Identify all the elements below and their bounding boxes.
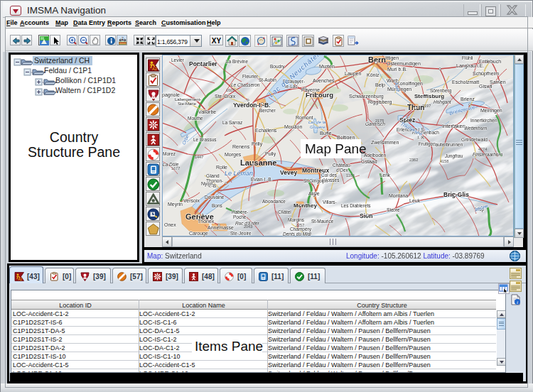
svg-text:2197: 2197 <box>422 104 431 108</box>
svg-text:Bons: Bons <box>212 203 223 208</box>
svg-text:Rolle: Rolle <box>216 165 227 170</box>
svg-text:St-Gingolph: St-Gingolph <box>303 178 328 184</box>
svg-text:Dents du Midi: Dents du Midi <box>283 232 311 236</box>
svg-text:Escholzmatt: Escholzmatt <box>452 80 479 85</box>
svg-text:1447: 1447 <box>195 155 203 159</box>
svg-text:Sörenberg: Sörenberg <box>430 88 452 94</box>
svg-text:Brig-Glis: Brig-Glis <box>443 191 469 198</box>
svg-text:pagnole: pagnole <box>162 92 180 98</box>
svg-text:Lausanne: Lausanne <box>240 158 276 167</box>
svg-text:Bulle: Bulle <box>320 130 332 136</box>
svg-text:St-Aubin: St-Aubin <box>259 77 276 82</box>
svg-text:Steffisburg: Steffisburg <box>414 93 444 99</box>
svg-text:2362: 2362 <box>409 158 418 162</box>
svg-text:Jungfrau: Jungfrau <box>444 153 463 159</box>
svg-text:1607: 1607 <box>226 88 235 92</box>
svg-text:Le Brassus: Le Brassus <box>193 137 217 142</box>
svg-text:Waltern / C1P1D2: Waltern / C1P1D2 <box>55 86 115 94</box>
svg-text:Boudry: Boudry <box>270 64 285 70</box>
svg-text:Leuk: Leuk <box>409 198 421 203</box>
svg-text:Langnau i.E.: Langnau i.E. <box>456 63 484 69</box>
svg-text:Versoix: Versoix <box>183 198 200 203</box>
svg-text:Habère-: Habère- <box>232 209 248 214</box>
svg-text:Ittigen: Ittigen <box>385 55 399 61</box>
svg-text:4158: 4158 <box>440 159 448 163</box>
svg-text:Morgins: Morgins <box>288 217 305 223</box>
svg-text:i: i <box>517 300 518 305</box>
svg-text:Frutigen: Frutigen <box>419 141 436 147</box>
svg-text:A2: A2 <box>152 67 157 71</box>
svg-text:Évian-I.-B.: Évian-I.-B. <box>251 176 273 182</box>
svg-text:Map Pane: Map Pane <box>305 141 367 156</box>
svg-text:2043: 2043 <box>244 224 252 229</box>
svg-text:Hohgant: Hohgant <box>434 99 452 105</box>
svg-text:Villars-: Villars- <box>323 200 337 205</box>
svg-text:Renens: Renens <box>232 144 250 149</box>
svg-text:Grindelwald: Grindelwald <box>461 137 488 142</box>
svg-text:Onex: Onex <box>164 222 176 227</box>
svg-text:Mouthe: Mouthe <box>188 116 203 121</box>
svg-text:Bercher: Bercher <box>259 108 276 113</box>
svg-text:Gland: Gland <box>206 173 220 178</box>
svg-text:Ostermundigen: Ostermundigen <box>387 61 421 67</box>
svg-text:Morez: Morez <box>163 151 176 156</box>
svg-text:Le Léman: Le Léman <box>225 170 253 177</box>
svg-text:Pully: Pully <box>265 151 276 157</box>
svg-text:Lenk: Lenk <box>380 173 391 178</box>
svg-text:Ste-Marie: Ste-Marie <box>178 102 197 106</box>
svg-text:Château-: Château- <box>333 163 352 168</box>
svg-text:Ste-Jeoire: Ste-Jeoire <box>230 231 252 236</box>
svg-text:Levier: Levier <box>171 58 185 62</box>
svg-text:2: 2 <box>122 36 124 40</box>
svg-text:Nyon: Nyon <box>201 181 212 187</box>
svg-text:Lauterbrunnen: Lauterbrunnen <box>433 142 463 147</box>
svg-text:Zweisimmen: Zweisimmen <box>371 140 399 145</box>
svg-text:Schüpfheim: Schüpfheim <box>473 71 499 77</box>
svg-text:Sion: Sion <box>360 212 372 219</box>
svg-text:Romont: Romont <box>296 115 313 120</box>
svg-text:Brienz: Brienz <box>461 97 475 102</box>
svg-text:Riggisberg: Riggisberg <box>368 99 392 105</box>
svg-text:Köniz: Köniz <box>367 72 379 77</box>
svg-text:Prilly: Prilly <box>252 141 263 147</box>
svg-text:1163: 1163 <box>346 173 355 178</box>
svg-text:Ste-Croix: Ste-Croix <box>215 94 236 99</box>
svg-text:Innertkirchen: Innertkirchen <box>470 118 497 123</box>
svg-text:1677: 1677 <box>171 166 180 170</box>
svg-text:Finsteraarhorn: Finsteraarhorn <box>473 152 503 157</box>
svg-text:Pontarlier: Pontarlier <box>189 60 217 67</box>
svg-text:La Brévine: La Brévine <box>226 59 248 64</box>
svg-text:Gruyère: Gruyère <box>310 125 325 129</box>
svg-text:d'Oex: d'Oex <box>336 168 349 173</box>
svg-text:Col des: Col des <box>321 173 338 178</box>
svg-text:Les Diablerets: Les Diablerets <box>341 203 371 208</box>
svg-text:Châtel: Châtel <box>278 209 291 214</box>
svg-text:Aigle: Aigle <box>308 191 320 197</box>
svg-text:Konolfingen: Konolfingen <box>397 81 423 87</box>
svg-text:Le Chasseron: Le Chasseron <box>231 82 260 87</box>
svg-text:Echallens: Echallens <box>255 128 277 133</box>
svg-text:La Sarraz: La Sarraz <box>222 120 242 125</box>
svg-text:Flühli: Flühli <box>462 55 473 60</box>
svg-text:Avenches: Avenches <box>313 78 335 83</box>
svg-text:St-Maurice: St-Maurice <box>311 219 334 224</box>
svg-text:Feldau / C1P1: Feldau / C1P1 <box>44 66 92 75</box>
svg-text:Monthey: Monthey <box>294 202 317 209</box>
svg-text:Belp: Belp <box>375 82 385 88</box>
svg-text:A2: A2 <box>18 278 23 281</box>
svg-text:Morges: Morges <box>225 152 242 158</box>
svg-text:2257: 2257 <box>296 223 304 227</box>
svg-text:Vevey: Vevey <box>280 169 297 176</box>
svg-text:Meiringen: Meiringen <box>480 108 502 114</box>
svg-text:Fleurier: Fleurier <box>242 74 259 79</box>
svg-text:Bollikon / C1P1D1: Bollikon / C1P1D1 <box>55 76 116 85</box>
svg-text:Giswil: Giswil <box>479 84 492 89</box>
svg-text:Meyrin: Meyrin <box>168 202 183 207</box>
svg-text:Wetterhorn: Wetterhorn <box>464 126 487 131</box>
svg-text:Carouge: Carouge <box>189 231 208 236</box>
svg-text:Schwarzenburg: Schwarzenburg <box>349 94 384 99</box>
svg-text:Laupen: Laupen <box>345 71 361 77</box>
svg-text:Montana: Montana <box>389 193 408 198</box>
svg-text:Douvaine: Douvaine <box>205 195 225 200</box>
svg-text:4274: 4274 <box>478 147 487 151</box>
